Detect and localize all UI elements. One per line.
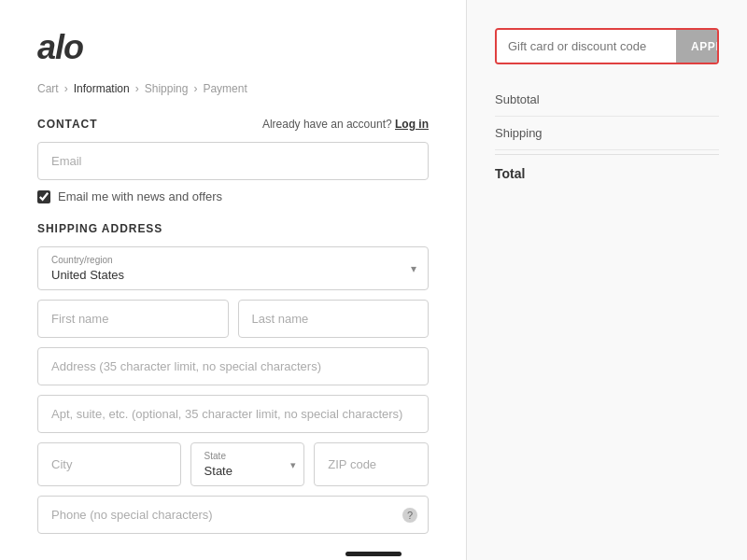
country-wrapper[interactable]: Country/region United States ▾ [37, 246, 429, 290]
state-dropdown-icon: ▾ [290, 458, 296, 470]
breadcrumb-sep-2: › [135, 82, 139, 95]
order-summary-panel: APPLY Subtotal Shipping Total [467, 0, 747, 560]
subtotal-label: Subtotal [495, 92, 540, 106]
phone-help-icon[interactable]: ? [402, 508, 417, 523]
discount-code-input[interactable] [497, 30, 676, 63]
login-link[interactable]: Log in [395, 118, 429, 131]
discount-code-row: APPLY [495, 28, 719, 64]
state-select[interactable]: State [204, 464, 291, 478]
address-input[interactable] [37, 347, 429, 385]
city-input[interactable] [37, 442, 181, 486]
breadcrumb-cart[interactable]: Cart [37, 82, 59, 95]
shipping-title: SHIPPING ADDRESS [37, 222, 162, 235]
bottom-indicator-bar [345, 552, 402, 556]
shipping-section-header: SHIPPING ADDRESS [37, 222, 429, 235]
contact-section-header: CONTACT Already have an account? Log in [37, 118, 429, 131]
email-wrapper [37, 142, 429, 180]
breadcrumb-payment[interactable]: Payment [203, 82, 247, 95]
shipping-row: Shipping [495, 117, 719, 150]
newsletter-checkbox[interactable] [37, 190, 50, 203]
phone-wrapper: ? [37, 496, 429, 534]
breadcrumb-shipping[interactable]: Shipping [145, 82, 189, 95]
total-label: Total [495, 166, 525, 181]
apply-discount-button[interactable]: APPLY [676, 30, 719, 63]
country-label: Country/region [51, 255, 415, 265]
zip-input[interactable] [314, 442, 429, 486]
breadcrumb-sep-1: › [64, 82, 68, 95]
email-input[interactable] [37, 142, 429, 180]
address2-wrapper [37, 395, 429, 433]
newsletter-row: Email me with news and offers [37, 189, 429, 203]
breadcrumb-information[interactable]: Information [74, 82, 130, 95]
last-name-input[interactable] [238, 300, 430, 338]
newsletter-label: Email me with news and offers [58, 189, 222, 203]
first-name-input[interactable] [37, 300, 229, 338]
state-label: State [204, 451, 291, 461]
address2-input[interactable] [37, 395, 429, 433]
phone-input[interactable] [37, 496, 429, 534]
total-row: Total [495, 154, 719, 192]
name-row [37, 300, 429, 338]
subtotal-row: Subtotal [495, 83, 719, 117]
country-select[interactable]: United States [51, 268, 415, 282]
city-state-zip-row: State State ▾ [37, 442, 429, 486]
shipping-section: SHIPPING ADDRESS Country/region United S… [37, 222, 429, 534]
address-wrapper [37, 347, 429, 385]
breadcrumb-sep-3: › [193, 82, 197, 95]
brand-logo: alo [37, 28, 429, 67]
state-wrapper[interactable]: State State ▾ [190, 442, 305, 486]
login-prompt: Already have an account? Log in [262, 118, 429, 131]
breadcrumb: Cart › Information › Shipping › Payment [37, 82, 429, 95]
contact-title: CONTACT [37, 118, 98, 131]
shipping-label: Shipping [495, 126, 543, 140]
